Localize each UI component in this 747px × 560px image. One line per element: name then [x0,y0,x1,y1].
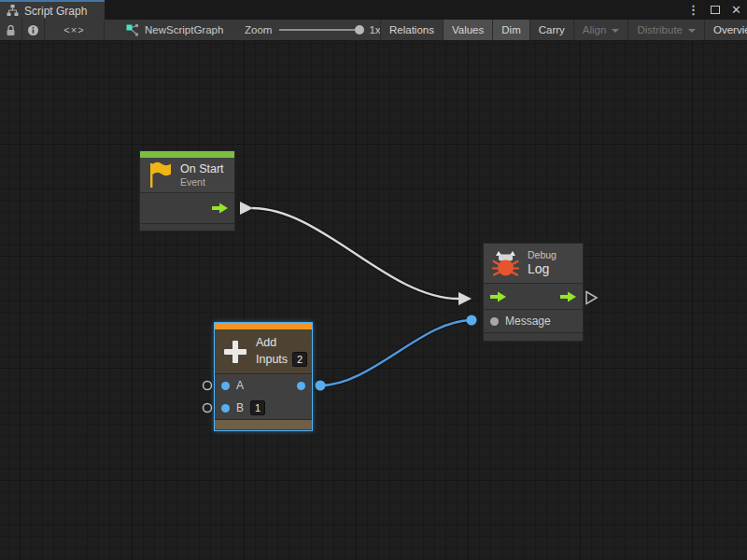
node-on-start[interactable]: On Start Event [139,150,235,231]
input-b-label: B [236,401,244,414]
on-start-trigger-port-row [140,192,234,223]
value-wire[interactable] [320,320,472,385]
node-debug-log[interactable]: Debug Log Message [483,243,584,342]
flow-wire-start-arrow-icon [240,202,253,215]
node-footer [215,419,312,429]
align-label: Align [583,24,607,35]
code-view-button[interactable]: <×> [45,20,105,40]
add-input-b-row: B 1 [215,397,312,419]
carry-button[interactable]: Carry [530,20,574,40]
info-icon [27,24,39,36]
flow-output-arrow-icon[interactable] [212,203,228,214]
debug-message-port-row: Message [484,309,583,332]
zoom-slider-handle[interactable] [355,25,364,35]
distribute-label: Distribute [637,24,683,35]
menu-icon[interactable]: ⋮ [687,4,699,16]
inspect-button[interactable] [22,20,45,40]
node-category: Debug [528,249,557,261]
node-accent-bar [140,151,234,158]
zoom-label: Zoom [245,24,272,35]
add-input-b-outer-ring[interactable] [204,404,212,413]
input-a-port[interactable] [221,382,230,390]
values-button[interactable]: Values [444,20,493,40]
script-graph-icon [126,24,139,36]
maximize-icon[interactable] [711,6,720,14]
graph-canvas[interactable]: On Start Event [0,41,747,560]
node-subtitle: Event [180,176,224,189]
tab-label: Script Graph [24,5,87,18]
distribute-button[interactable]: Distribute [628,20,705,40]
node-accent-bar [215,323,312,329]
node-footer [484,332,583,341]
value-wire-end-dot[interactable] [467,315,477,326]
toolbar-buttons: Relations Values Dim Carry Align Distrib… [380,20,747,40]
flow-continuation-triangle-icon[interactable] [586,292,597,304]
bug-icon [491,250,520,276]
flag-icon [148,161,173,189]
message-input-port[interactable] [490,317,499,326]
graph-toolbar: <×> NewScriptGraph Zoom 1x Relations Val… [0,20,747,41]
relations-button[interactable]: Relations [381,20,444,40]
toolbar-left-tools: <×> [0,20,105,40]
zoom-control: Zoom 1x [245,20,381,40]
hierarchy-icon [7,5,19,17]
chevron-down-icon [688,29,696,33]
add-input-a-outer-ring[interactable] [204,382,212,390]
overview-button[interactable]: Overview [705,20,747,40]
add-port-rows: A B 1 [215,373,312,419]
node-header[interactable]: Debug Log [484,244,583,283]
node-titles: On Start Event [180,162,224,189]
graph-name: NewScriptGraph [145,24,223,35]
chevron-down-icon [612,29,619,33]
inputs-count-field[interactable]: 2 [292,352,307,367]
input-b-port[interactable] [221,404,230,413]
lock-icon [6,24,16,36]
flow-output-arrow-icon[interactable] [560,291,576,302]
tab-script-graph[interactable]: Script Graph [0,0,105,20]
align-button[interactable]: Align [574,20,629,40]
node-title: Add [256,336,307,350]
wire-layer [0,41,747,560]
add-input-a-row: A [215,374,312,397]
node-title: Log [528,261,557,277]
zoom-slider[interactable] [279,29,361,31]
dim-button[interactable]: Dim [493,20,529,40]
flow-input-arrow-icon[interactable] [490,291,506,302]
node-footer [140,223,234,231]
node-header[interactable]: On Start Event [140,158,234,192]
message-port-label: Message [505,315,551,328]
sum-output-port[interactable] [297,382,305,390]
input-a-label: A [236,379,244,392]
flow-wire-end-arrow-icon [458,292,472,305]
zoom-value: 1x [369,24,380,35]
lock-button[interactable] [0,20,22,40]
debug-flow-port-row [484,283,583,309]
graph-breadcrumb[interactable]: NewScriptGraph [126,20,223,40]
node-header[interactable]: Add Inputs 2 [215,329,312,373]
title-bar: Script Graph ⋮ ✕ [0,0,747,20]
plus-icon [222,339,248,365]
value-wire-start-dot[interactable] [316,381,326,391]
node-title: On Start [180,162,224,176]
input-b-value-field[interactable]: 1 [250,400,265,415]
flow-wire[interactable] [252,208,458,299]
inputs-label: Inputs [256,353,288,367]
window-controls: ⋮ ✕ [687,0,741,20]
node-titles: Add Inputs 2 [256,336,307,367]
node-titles: Debug Log [528,249,557,277]
node-add[interactable]: Add Inputs 2 A B 1 [214,322,313,431]
close-icon[interactable]: ✕ [731,4,741,16]
